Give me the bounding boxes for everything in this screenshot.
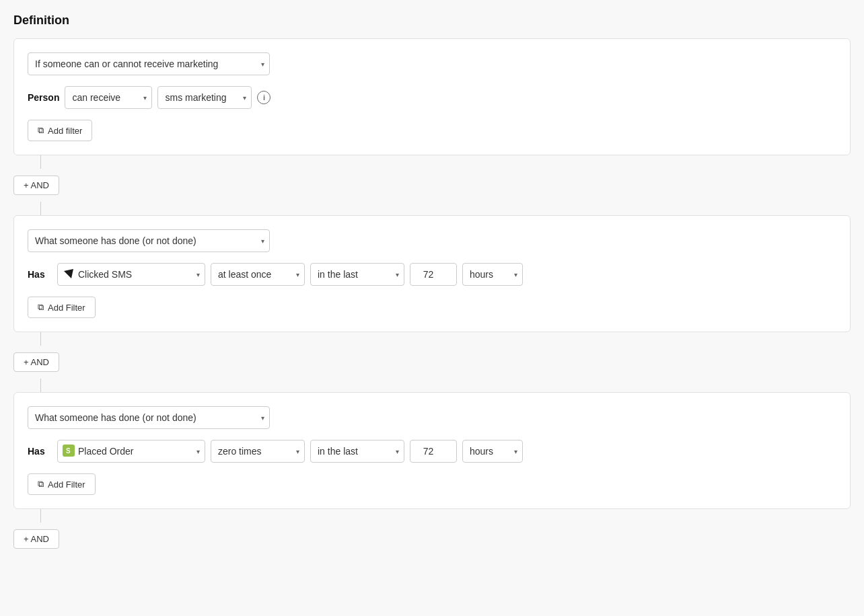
person-label: Person: [28, 92, 59, 103]
and-button-1[interactable]: + AND: [13, 176, 59, 195]
filter-icon-2: ⧉: [38, 302, 44, 313]
condition-type-dropdown-2[interactable]: What someone has done (or not done): [28, 229, 270, 252]
add-filter-button-1[interactable]: ⧉ Add filter: [28, 120, 92, 141]
page-title: Definition: [13, 13, 851, 28]
action-type-select-3[interactable]: Placed Order: [57, 440, 205, 463]
frequency-select-3[interactable]: zero times: [211, 440, 305, 463]
condition-block-2: What someone has done (or not done) ▾ Ha…: [13, 215, 851, 332]
has-label-2: Has: [28, 269, 52, 280]
timeframe-select-3[interactable]: in the last: [310, 440, 404, 463]
and-button-2[interactable]: + AND: [13, 352, 59, 372]
marketing-status-select[interactable]: can receive: [65, 86, 152, 109]
condition-block-3: What someone has done (or not done) ▾ Ha…: [13, 392, 851, 509]
info-icon: i: [257, 91, 271, 104]
timeframe-select-2[interactable]: in the last: [310, 263, 404, 286]
action-type-select-2[interactable]: Clicked SMS: [57, 263, 205, 286]
and-button-3[interactable]: + AND: [13, 529, 59, 549]
frequency-select-2[interactable]: at least once: [211, 263, 305, 286]
hours-input-3[interactable]: [410, 440, 457, 463]
condition-type-dropdown-3[interactable]: What someone has done (or not done): [28, 406, 270, 429]
condition-block-1: If someone can or cannot receive marketi…: [13, 38, 851, 155]
filter-icon-3: ⧉: [38, 479, 44, 490]
marketing-type-select[interactable]: sms marketing: [157, 86, 252, 109]
add-filter-button-3[interactable]: ⧉ Add Filter: [28, 473, 96, 495]
has-label-3: Has: [28, 446, 52, 457]
and-connector-3: [40, 509, 41, 523]
hours-unit-select-2[interactable]: hours: [462, 263, 523, 286]
hours-input-2[interactable]: [410, 263, 457, 286]
and-connector-1: [40, 155, 41, 169]
hours-unit-select-3[interactable]: hours: [462, 440, 523, 463]
condition-type-dropdown-1[interactable]: If someone can or cannot receive marketi…: [28, 52, 270, 75]
and-connector-line-1: [40, 202, 41, 215]
and-connector-line-2: [40, 379, 41, 392]
add-filter-button-2[interactable]: ⧉ Add Filter: [28, 297, 96, 318]
filter-icon: ⧉: [38, 125, 44, 136]
and-connector-2: [40, 332, 41, 346]
